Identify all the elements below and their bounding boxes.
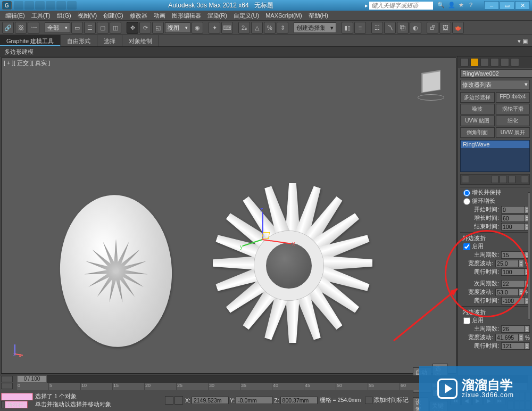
move-icon[interactable]: ✥ [127, 22, 138, 34]
maximize-button[interactable]: ▭ [500, 1, 514, 10]
select-by-name-icon[interactable]: ☰ [84, 22, 96, 34]
menu-customize[interactable]: 自定义(U) [230, 12, 262, 20]
ribbon-tab-objpaint[interactable]: 对象绘制 [122, 35, 159, 46]
zoom-extents-all-icon[interactable] [526, 392, 531, 400]
next-frame-icon[interactable]: ▶ [484, 396, 494, 405]
crawl1-spinner[interactable] [502, 269, 524, 275]
mod-btn-bevelprofile[interactable]: 倒角剖面 [460, 127, 495, 138]
ribbon-collapse-icon[interactable]: ▾ ▣ [513, 35, 532, 46]
close-button[interactable]: ✕ [515, 1, 530, 10]
time-tag-icon[interactable] [365, 397, 372, 404]
y-field[interactable] [236, 397, 273, 404]
inner-enable-checkbox[interactable]: 启用 [460, 316, 530, 325]
panel-scrollbar[interactable] [528, 192, 530, 320]
menu-maxscript[interactable]: MAXScript(M) [262, 12, 305, 19]
zoom-icon[interactable] [508, 392, 513, 400]
add-time-tag[interactable]: 添加时间标记 [373, 397, 409, 404]
time-slider-thumb[interactable]: 0 / 100 [17, 375, 47, 383]
select-region-icon[interactable]: ▢ [97, 22, 109, 34]
max-toggle-icon[interactable] [526, 401, 531, 409]
width-flux2-spinner[interactable] [496, 289, 518, 295]
motion-tab-icon[interactable] [491, 58, 499, 67]
qat-new[interactable] [14, 1, 23, 10]
mod-btn-turbosmooth[interactable]: 涡轮平滑 [496, 104, 530, 114]
qat-more[interactable] [67, 1, 77, 10]
prev-frame-icon[interactable]: ◀ [461, 396, 472, 405]
manipulate-icon[interactable]: ✦ [209, 22, 220, 34]
z-field[interactable] [280, 397, 318, 404]
layer-manager-icon[interactable]: ☷ [371, 22, 383, 34]
goto-start-icon[interactable]: ⏮ [450, 396, 461, 405]
qat-undo[interactable] [46, 1, 55, 10]
mod-btn-uvwmap[interactable]: UVW 贴图 [460, 116, 495, 126]
named-selection-set-combo[interactable]: 创建选择集▾ [294, 22, 336, 33]
trackbar-filter-icon[interactable] [1, 383, 13, 389]
time-slider[interactable]: 0 / 100 [17, 375, 528, 383]
rendered-frame-icon[interactable]: 🖼 [439, 22, 451, 34]
menu-view[interactable]: 视图(V) [74, 12, 101, 20]
mirror-icon[interactable]: ▮▯ [342, 22, 353, 34]
lock-prompt-icon[interactable] [1, 401, 4, 408]
main-period-spinner[interactable] [502, 252, 524, 258]
pin-stack-icon[interactable] [462, 176, 469, 183]
infocenter-icon[interactable]: 🔍 [437, 2, 445, 9]
help-icon[interactable]: ? [469, 2, 477, 9]
radio-cyclic-grow[interactable]: 循环增长 [460, 197, 530, 206]
make-unique-icon[interactable] [500, 176, 507, 183]
track-bar[interactable]: 0 5 10 15 20 25 30 35 40 45 50 55 60 65 … [17, 383, 528, 390]
width-flux1-spinner[interactable] [496, 260, 518, 267]
ringwave-object-1[interactable] [60, 196, 172, 346]
viewport-label[interactable]: [ + ][ 正交 ][ 真实 ] [4, 59, 50, 67]
select-icon[interactable]: ▭ [71, 22, 83, 34]
isolate-icon[interactable] [174, 396, 183, 405]
modify-tab-icon[interactable] [470, 58, 479, 67]
selection-filter-combo[interactable]: 全部 [45, 22, 70, 33]
spinner-snap-icon[interactable]: ⇕ [277, 22, 288, 34]
menu-rendering[interactable]: 渲染(R) [204, 12, 230, 20]
lock-selection-icon[interactable] [165, 396, 173, 405]
stack-item-ringwave[interactable]: RingWave [461, 141, 529, 148]
minimize-button[interactable]: – [484, 1, 499, 10]
play-icon[interactable]: ▶ [472, 396, 483, 405]
bind-spacewarp-icon[interactable]: 〰 [28, 22, 39, 34]
signin-icon[interactable]: 👤 [448, 2, 455, 9]
hierarchy-tab-icon[interactable] [480, 58, 489, 67]
pan-icon[interactable] [514, 401, 519, 409]
schematic-view-icon[interactable]: ⿻ [397, 22, 409, 34]
ribbon-tab-selection[interactable]: 选择 [97, 35, 122, 46]
menu-create[interactable]: 创建(C) [100, 12, 126, 20]
end-time-spinner[interactable] [502, 224, 524, 230]
create-tab-icon[interactable] [460, 58, 469, 67]
show-end-result-icon[interactable] [491, 176, 498, 183]
mod-btn-noise[interactable]: 噪波 [460, 104, 495, 114]
set-key-button[interactable]: 设置关键点 [413, 397, 428, 412]
ribbon-panel-label[interactable]: 多边形建模 [0, 47, 532, 56]
fov-icon[interactable] [508, 401, 513, 409]
start-time-spinner[interactable] [502, 207, 524, 213]
snap-2d-icon[interactable]: 2₃ [238, 22, 250, 34]
help-search-input[interactable] [369, 2, 433, 10]
outer-enable-checkbox[interactable]: 启用 [460, 242, 530, 251]
qat-save[interactable] [35, 1, 45, 10]
keyboard-shortcut-icon[interactable]: ⌨ [221, 22, 233, 34]
viewport[interactable]: [ + ][ 正交 ][ 真实 ] [1, 57, 456, 374]
modifier-list-combo[interactable]: 修改器列表 [460, 80, 530, 90]
mod-btn-tessellate[interactable]: 细化 [496, 116, 530, 126]
menu-grapheditors[interactable]: 图形编辑器 [169, 12, 204, 20]
ref-coord-combo[interactable]: 视图 [165, 22, 190, 33]
crawl3-spinner[interactable] [502, 343, 524, 349]
mini-curve-editor-icon[interactable] [1, 376, 13, 382]
align-icon[interactable]: ≡ [354, 22, 366, 34]
material-editor-icon[interactable]: ◐ [410, 22, 421, 34]
unlink-icon[interactable]: ⛓ [15, 22, 27, 34]
grow-time-spinner[interactable] [502, 215, 524, 221]
favorites-icon[interactable]: ★ [459, 2, 466, 9]
mod-btn-polyselect[interactable]: 多边形选择 [460, 92, 495, 103]
orbit-icon[interactable] [520, 401, 525, 409]
qat-open[interactable] [24, 1, 34, 10]
script-listener[interactable] [1, 393, 33, 400]
menu-group[interactable]: 组(G) [54, 12, 74, 20]
render-setup-icon[interactable]: 🗗 [427, 22, 438, 34]
menu-help[interactable]: 帮助(H) [305, 12, 331, 20]
scale-icon[interactable]: ◱ [152, 22, 164, 34]
